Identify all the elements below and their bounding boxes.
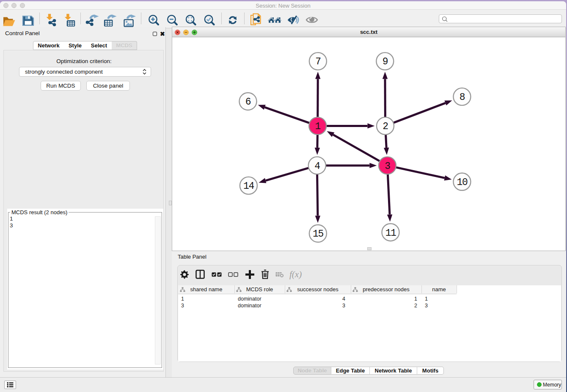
svg-text:11: 11 bbox=[385, 228, 396, 239]
svg-text:3: 3 bbox=[385, 161, 390, 172]
svg-text:8: 8 bbox=[460, 92, 465, 103]
svg-text:14: 14 bbox=[243, 181, 254, 192]
svg-text:10: 10 bbox=[457, 177, 468, 188]
svg-text:4: 4 bbox=[314, 161, 320, 172]
svg-text:6: 6 bbox=[245, 97, 251, 108]
svg-text:15: 15 bbox=[313, 229, 323, 240]
svg-text:2: 2 bbox=[383, 121, 388, 132]
svg-text:9: 9 bbox=[383, 56, 388, 67]
svg-text:7: 7 bbox=[315, 56, 320, 67]
svg-text:1: 1 bbox=[315, 121, 321, 132]
